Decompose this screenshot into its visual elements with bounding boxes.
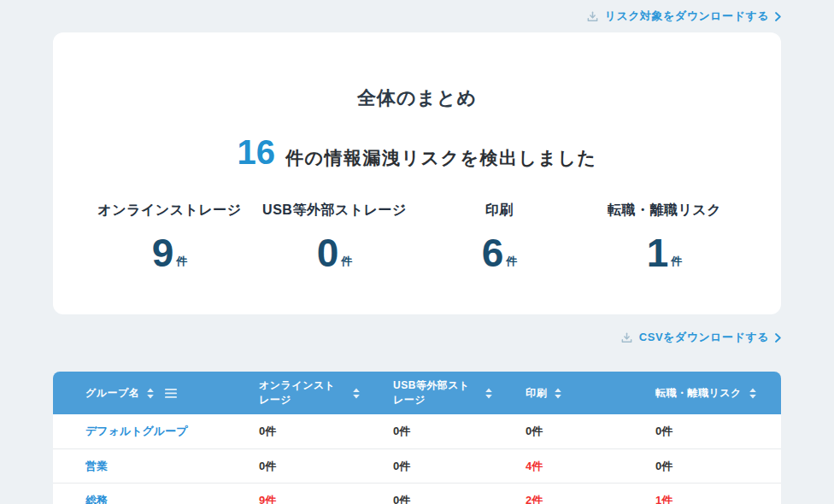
column-header-group-name[interactable]: グループ名 <box>53 386 226 401</box>
risk-total-count: 16 <box>238 133 276 171</box>
summary-card: 全体のまとめ 16 件の情報漏洩リスクを検出しました オンラインストレージ 9 … <box>53 32 781 314</box>
column-header-online-storage[interactable]: オンラインストレージ <box>226 378 361 407</box>
cell-usb-storage: 0件 <box>361 493 493 504</box>
group-name-link[interactable]: 営業 <box>53 459 226 474</box>
cell-online-storage: 0件 <box>226 459 361 474</box>
risk-headline: 16 件の情報漏洩リスクを検出しました <box>53 133 781 171</box>
sort-icon <box>485 388 493 399</box>
csv-row: CSVをダウンロードする <box>53 326 781 349</box>
summary-stats: オンラインストレージ 9 件 USB等外部ストレージ 0 件 印刷 6 件 <box>53 202 781 273</box>
download-icon <box>586 10 599 23</box>
cell-turnover-risk: 1件 <box>623 493 781 504</box>
column-header-usb-storage[interactable]: USB等外部ストレージ <box>361 378 493 407</box>
sort-icon <box>749 388 757 399</box>
sort-icon <box>352 388 361 399</box>
chevron-right-icon <box>775 12 781 21</box>
stat-print: 印刷 6 件 <box>417 202 582 273</box>
risk-headline-text: 件の情報漏洩リスクを検出しました <box>285 146 596 170</box>
group-name-link[interactable]: デフォルトグループ <box>53 424 226 439</box>
download-csv-label: CSVをダウンロードする <box>639 330 769 345</box>
stat-label: オンラインストレージ <box>87 202 252 220</box>
stat-value: 1 件 <box>582 229 747 273</box>
table-header: グループ名 オンラインストレージ USB等外部ストレージ <box>53 372 781 414</box>
cell-turnover-risk: 0件 <box>623 459 781 474</box>
toolbar-row: リスク対象をダウンロードする <box>53 0 781 32</box>
cell-print: 0件 <box>493 424 623 439</box>
stat-value: 6 件 <box>417 229 582 273</box>
cell-print: 2件 <box>493 493 623 504</box>
sort-icon <box>146 388 155 399</box>
stat-online-storage: オンラインストレージ 9 件 <box>87 202 252 273</box>
stat-label: 転職・離職リスク <box>582 202 747 220</box>
stat-value: 0 件 <box>252 229 417 273</box>
sort-icon <box>554 388 562 399</box>
cell-usb-storage: 0件 <box>361 424 493 439</box>
stat-turnover-risk: 転職・離職リスク 1 件 <box>582 202 747 273</box>
group-name-link[interactable]: 総務 <box>53 493 226 504</box>
table-body: デフォルトグループ 0件 0件 0件 0件 営業 0件 0件 4件 0件 総務 … <box>53 414 781 504</box>
column-header-turnover-risk[interactable]: 転職・離職リスク <box>623 386 781 401</box>
download-csv-link[interactable]: CSVをダウンロードする <box>620 330 781 345</box>
stat-label: 印刷 <box>417 202 582 220</box>
cell-print: 4件 <box>493 459 623 474</box>
column-header-print[interactable]: 印刷 <box>493 386 623 401</box>
table-row: 営業 0件 0件 4件 0件 <box>53 448 781 483</box>
group-risk-table: グループ名 オンラインストレージ USB等外部ストレージ <box>53 372 781 504</box>
cell-usb-storage: 0件 <box>361 459 493 474</box>
chevron-right-icon <box>775 333 781 343</box>
download-risk-targets-label: リスク対象をダウンロードする <box>605 9 769 24</box>
download-risk-targets-link[interactable]: リスク対象をダウンロードする <box>586 9 781 24</box>
table-row: 総務 9件 0件 2件 1件 <box>53 483 781 504</box>
stat-value: 9 件 <box>87 229 252 273</box>
cell-online-storage: 9件 <box>226 493 361 504</box>
download-icon <box>620 331 633 344</box>
page-content: リスク対象をダウンロードする 全体のまとめ 16 件の情報漏洩リスクを検出しまし… <box>53 0 781 504</box>
cell-online-storage: 0件 <box>226 424 361 439</box>
cell-turnover-risk: 0件 <box>623 424 781 439</box>
table-row: デフォルトグループ 0件 0件 0件 0件 <box>53 414 781 448</box>
stat-usb-storage: USB等外部ストレージ 0 件 <box>252 202 417 273</box>
summary-title: 全体のまとめ <box>53 87 781 109</box>
column-menu-icon[interactable] <box>165 389 177 398</box>
stat-label: USB等外部ストレージ <box>252 202 417 220</box>
